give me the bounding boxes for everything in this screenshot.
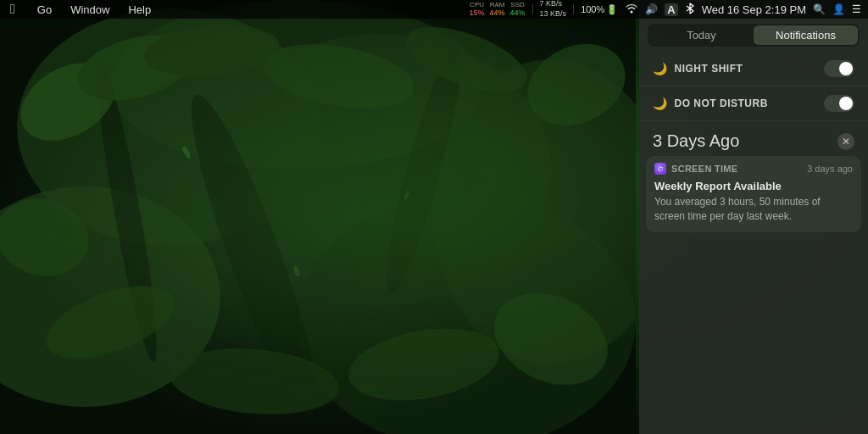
svg-point-13 [259, 34, 419, 119]
do-not-disturb-icon: 🌙 [653, 97, 668, 110]
user-icon[interactable]: 👤 [832, 3, 845, 15]
datetime-display: Wed 16 Sep 2:19 PM [702, 3, 806, 16]
do-not-disturb-row: 🌙 DO NOT DISTURB [639, 86, 868, 121]
night-shift-label: 🌙 NIGHT SHIFT [653, 62, 743, 75]
menubar-right: CPU 15% RAM 44% SSD 44% 7 KB/s 13 KB/s [470, 0, 861, 19]
notification-panel: Today Notifications 🌙 NIGHT SHIFT 🌙 DO N… [639, 0, 868, 434]
svg-point-10 [7, 47, 129, 156]
desktop:  Go Window Help CPU 15% RAM 44% SSD 44% [0, 0, 868, 434]
cpu-stat: CPU 15% [470, 1, 485, 18]
menubar:  Go Window Help CPU 15% RAM 44% SSD 44% [0, 0, 868, 19]
svg-point-8 [375, 42, 473, 297]
svg-point-11 [70, 24, 200, 112]
svg-point-6 [432, 59, 636, 364]
notification-app-row: ⏱ SCREEN TIME 3 days ago [646, 156, 861, 178]
notification-time: 3 days ago [807, 164, 853, 174]
notification-app-info: ⏱ SCREEN TIME [654, 163, 737, 175]
desktop-background [0, 0, 636, 434]
svg-point-16 [0, 188, 97, 286]
app-name: SCREEN TIME [671, 164, 737, 174]
svg-point-19 [342, 318, 504, 411]
svg-point-21 [181, 146, 192, 160]
panel-tabs: Today Notifications [648, 24, 860, 47]
search-icon[interactable]: 🔍 [813, 3, 826, 15]
svg-point-5 [110, 0, 483, 170]
do-not-disturb-toggle[interactable] [824, 95, 854, 112]
apple-menu[interactable]:  [7, 2, 19, 17]
notification-card: ⏱ SCREEN TIME 3 days ago Weekly Report A… [646, 156, 861, 232]
night-shift-row: 🌙 NIGHT SHIFT [639, 52, 868, 86]
do-not-disturb-label: 🌙 DO NOT DISTURB [653, 97, 768, 110]
svg-point-4 [297, 195, 636, 434]
svg-point-3 [0, 186, 220, 407]
screen-time-app-icon: ⏱ [654, 163, 666, 175]
sound-icon[interactable]: 🔊 [645, 3, 658, 15]
wifi-icon[interactable] [625, 3, 638, 16]
svg-point-17 [36, 271, 184, 374]
night-shift-icon: 🌙 [653, 62, 668, 75]
text-icon[interactable]: A [665, 3, 677, 16]
svg-point-14 [398, 14, 534, 105]
svg-point-7 [172, 86, 336, 422]
svg-point-22 [403, 190, 410, 201]
notification-title: Weekly Report Available [654, 180, 853, 192]
section-close-button[interactable]: ✕ [837, 133, 854, 150]
separator-1 [532, 4, 533, 14]
menu-window[interactable]: Window [67, 3, 113, 16]
svg-rect-0 [0, 0, 636, 434]
svg-point-15 [515, 29, 636, 141]
tab-today[interactable]: Today [649, 25, 754, 45]
battery-indicator: 100% 🔋 [581, 4, 618, 15]
bluetooth-icon[interactable] [685, 3, 695, 17]
menu-help[interactable]: Help [125, 3, 154, 16]
notification-message: You averaged 3 hours, 50 minutes of scre… [654, 195, 853, 224]
svg-point-1 [17, 8, 322, 246]
svg-point-20 [479, 275, 622, 403]
svg-point-9 [88, 59, 166, 364]
tab-notifications[interactable]: Notifications [754, 25, 858, 45]
section-title: 3 Days Ago [653, 131, 739, 151]
ram-stat: RAM 44% [490, 1, 505, 18]
notification-section-header: 3 Days Ago ✕ [639, 121, 868, 156]
menubar-left:  Go Window Help [7, 2, 470, 17]
svg-point-12 [142, 19, 282, 82]
ssd-stat: SSD 44% [510, 1, 526, 18]
svg-point-2 [212, 34, 551, 305]
separator-2 [573, 4, 574, 14]
svg-point-18 [167, 342, 342, 420]
svg-point-23 [292, 264, 300, 277]
network-stats: 7 KB/s 13 KB/s [540, 0, 567, 19]
notification-body: Weekly Report Available You averaged 3 h… [646, 178, 861, 232]
list-icon[interactable]: ☰ [852, 3, 861, 15]
menu-go[interactable]: Go [34, 3, 55, 16]
system-stats: CPU 15% RAM 44% SSD 44% [470, 1, 526, 18]
night-shift-toggle[interactable] [824, 60, 854, 77]
